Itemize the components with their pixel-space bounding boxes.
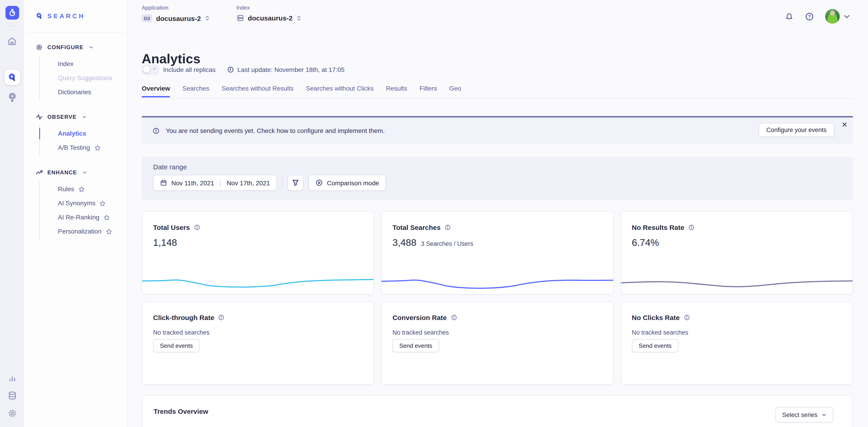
info-icon[interactable] xyxy=(688,224,694,231)
sidebar-item-personalization[interactable]: Personalization xyxy=(40,224,128,238)
info-icon[interactable] xyxy=(451,314,457,321)
star-icon[interactable] xyxy=(99,200,106,206)
date-separator: | xyxy=(220,179,221,187)
icon-rail xyxy=(0,0,24,427)
close-icon[interactable] xyxy=(842,122,847,128)
include-replicas-toggle[interactable]: ✕ xyxy=(142,65,159,75)
date-end: Nov 17th, 2021 xyxy=(227,179,270,187)
chevron-down-icon xyxy=(82,115,87,119)
sidebar-item-ai-reranking[interactable]: AI Re-Ranking xyxy=(40,210,128,224)
tab-searches-without-results[interactable]: Searches without Results xyxy=(222,85,294,97)
search-product-tile[interactable] xyxy=(4,70,20,85)
tab-bar: Overview Searches Searches without Resul… xyxy=(142,85,461,97)
send-events-button[interactable]: Send events xyxy=(632,339,678,352)
star-icon[interactable] xyxy=(94,144,100,151)
send-events-button[interactable]: Send events xyxy=(393,339,439,352)
home-icon[interactable] xyxy=(7,36,17,46)
select-series-label: Select series xyxy=(782,411,817,418)
banner-message: You are not sending events yet. Check ho… xyxy=(166,127,385,134)
card-click-through-rate: Click-through Rate No tracked searches S… xyxy=(142,301,374,385)
sidebar-item-query-suggestions[interactable]: Query Suggestions xyxy=(40,71,128,85)
stopwatch-app-tile[interactable] xyxy=(5,6,19,20)
card-title: Click-through Rate xyxy=(153,314,214,321)
page-title: Analytics xyxy=(142,52,200,66)
help-icon[interactable]: ? xyxy=(805,11,814,21)
send-events-button[interactable]: Send events xyxy=(153,339,200,352)
empty-message: No tracked searches xyxy=(153,329,374,336)
search-icon xyxy=(7,73,17,82)
settings-gear-icon[interactable] xyxy=(7,409,17,418)
application-value: docusaurus-2 xyxy=(156,14,201,22)
info-icon xyxy=(152,127,160,134)
comparison-mode-button[interactable]: Comparison mode xyxy=(308,175,386,191)
info-icon[interactable] xyxy=(444,224,451,231)
index-label: Index xyxy=(237,5,302,11)
application-select[interactable]: D2 docusaurus-2 xyxy=(142,14,210,22)
section-label: CONFIGURE xyxy=(48,44,83,51)
user-avatar[interactable] xyxy=(825,9,840,24)
notifications-bell-icon[interactable] xyxy=(785,12,794,21)
empty-message: No tracked searches xyxy=(393,329,613,336)
algolia-dashboard: SEARCH CONFIGURE Index xyxy=(0,0,868,427)
stopwatch-icon xyxy=(8,9,16,17)
funnel-icon xyxy=(291,179,299,187)
last-update: Last update: November 18th, at 17:05 xyxy=(227,66,344,73)
date-range-button[interactable]: Nov 11th, 2021 | Nov 17th, 2021 xyxy=(153,175,277,191)
card-value: 1,148 xyxy=(153,237,177,248)
empty-message: No tracked searches xyxy=(632,329,852,336)
date-start: Nov 11th, 2021 xyxy=(171,179,214,187)
filter-funnel-button[interactable] xyxy=(287,175,303,191)
sidebar-item-index[interactable]: Index xyxy=(40,57,128,71)
star-icon[interactable] xyxy=(103,214,110,221)
sidebar-item-rules[interactable]: Rules xyxy=(40,182,128,196)
select-series-button[interactable]: Select series xyxy=(775,407,833,422)
tab-filters[interactable]: Filters xyxy=(420,85,437,97)
info-icon[interactable] xyxy=(193,224,200,231)
play-circle-icon xyxy=(315,179,323,187)
recommend-bulb-icon[interactable] xyxy=(7,92,17,103)
card-title: Conversion Rate xyxy=(393,314,447,321)
select-stepper-icon xyxy=(205,14,210,22)
info-icon[interactable] xyxy=(218,314,225,321)
section-enhance: ENHANCE Rules AI Synonyms AI Re-R xyxy=(24,167,128,239)
stats-row-1: Total Users 1,148 Total Searches xyxy=(142,211,853,295)
index-selector: Index docusaurus-2 xyxy=(237,5,302,22)
tabs-divider xyxy=(142,98,853,99)
sidebar-item-analytics[interactable]: Analytics xyxy=(40,127,128,141)
chevron-down-icon xyxy=(83,170,87,175)
card-title: Total Users xyxy=(153,224,190,231)
application-badge: D2 xyxy=(142,14,152,22)
date-range-label: Date range xyxy=(153,163,853,171)
trends-title: Trends Overview xyxy=(154,407,852,415)
configure-events-button[interactable]: Configure your events xyxy=(758,123,834,137)
info-icon[interactable] xyxy=(683,314,690,321)
toggle-knob xyxy=(143,66,150,73)
tab-geo[interactable]: Geo xyxy=(449,85,461,97)
section-enhance-header[interactable]: ENHANCE xyxy=(24,167,128,178)
section-label: OBSERVE xyxy=(48,114,76,120)
trending-up-icon xyxy=(35,169,43,176)
sidebar-item-ai-synonyms[interactable]: AI Synonyms xyxy=(40,196,128,210)
section-configure-header[interactable]: CONFIGURE xyxy=(24,41,128,53)
star-icon[interactable] xyxy=(105,228,112,235)
user-menu-chevron-icon[interactable] xyxy=(843,13,850,20)
main-content: Application D2 docusaurus-2 Index xyxy=(128,0,868,427)
index-select[interactable]: docusaurus-2 xyxy=(237,14,302,22)
tab-overview[interactable]: Overview xyxy=(142,85,170,97)
database-icon[interactable] xyxy=(7,391,17,400)
date-range-panel: Date range Nov 11th, 2021 | Nov 17th, 20… xyxy=(142,157,853,200)
card-total-searches: Total Searches 3,488 3 Searches / Users xyxy=(381,211,614,295)
sidebar-item-dictionaries[interactable]: Dictionaries xyxy=(40,85,128,99)
section-observe-header[interactable]: OBSERVE xyxy=(24,111,128,123)
tab-searches[interactable]: Searches xyxy=(183,85,209,97)
search-logo[interactable]: SEARCH xyxy=(26,0,126,32)
sparkline-no-results-rate xyxy=(620,271,853,292)
tab-searches-without-clicks[interactable]: Searches without Clicks xyxy=(306,85,374,97)
tab-results[interactable]: Results xyxy=(386,85,407,97)
chevron-down-icon xyxy=(89,45,93,50)
index-stack-icon xyxy=(237,14,244,22)
bar-chart-icon[interactable] xyxy=(7,373,17,383)
sidebar-item-ab-testing[interactable]: A/B Testing xyxy=(40,141,128,155)
replicas-toggle-label: Include all replicas xyxy=(163,66,216,73)
star-icon[interactable] xyxy=(79,186,85,192)
